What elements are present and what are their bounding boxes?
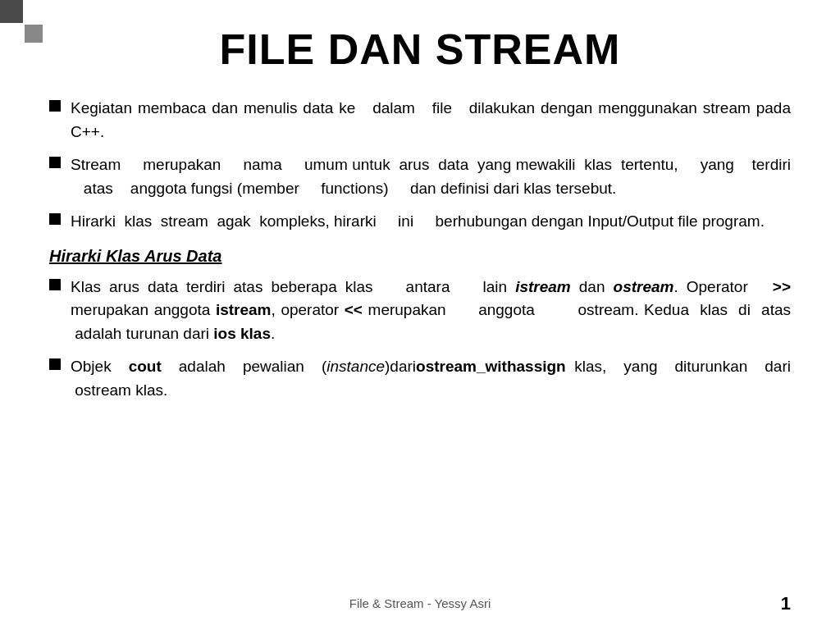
corner-decoration — [0, 0, 44, 44]
bullet-text-2: Stream merupakan nama umum untuk arus da… — [71, 153, 791, 200]
content-area: Kegiatan membaca dan menulis data ke dal… — [49, 97, 791, 588]
footer: File & Stream - Yessy Asri 1 — [49, 588, 791, 614]
bullet-square-5 — [49, 358, 61, 370]
corner-sq1 — [0, 0, 23, 23]
bullet-text-1: Kegiatan membaca dan menulis data ke dal… — [71, 97, 791, 144]
slide: FILE DAN STREAM Kegiatan membaca dan men… — [0, 0, 840, 630]
bullet-square-2 — [49, 157, 61, 168]
section-heading: Hirarki Klas Arus Data — [49, 247, 791, 266]
slide-title: FILE DAN STREAM — [49, 25, 791, 74]
footer-page-number: 1 — [781, 593, 791, 614]
bullet-text-4: Klas arus data terdiri atas beberapa kla… — [71, 276, 791, 346]
bullet-text-5: Objek cout adalah pewalian (instance)dar… — [71, 355, 791, 402]
bullet-item-5: Objek cout adalah pewalian (instance)dar… — [49, 355, 791, 402]
footer-center-text: File & Stream - Yessy Asri — [349, 596, 491, 610]
bullet-square-3 — [49, 213, 61, 225]
bullet-item-3: Hirarki klas stream agak kompleks, hirar… — [49, 210, 791, 234]
bullet-item-1: Kegiatan membaca dan menulis data ke dal… — [49, 97, 791, 144]
corner-sq2 — [25, 25, 43, 43]
bullet-square-4 — [49, 279, 61, 290]
bullet-item-2: Stream merupakan nama umum untuk arus da… — [49, 153, 791, 200]
bullet-item-4: Klas arus data terdiri atas beberapa kla… — [49, 276, 791, 346]
bullet-text-3: Hirarki klas stream agak kompleks, hirar… — [71, 210, 791, 234]
bullet-square-1 — [49, 100, 61, 112]
